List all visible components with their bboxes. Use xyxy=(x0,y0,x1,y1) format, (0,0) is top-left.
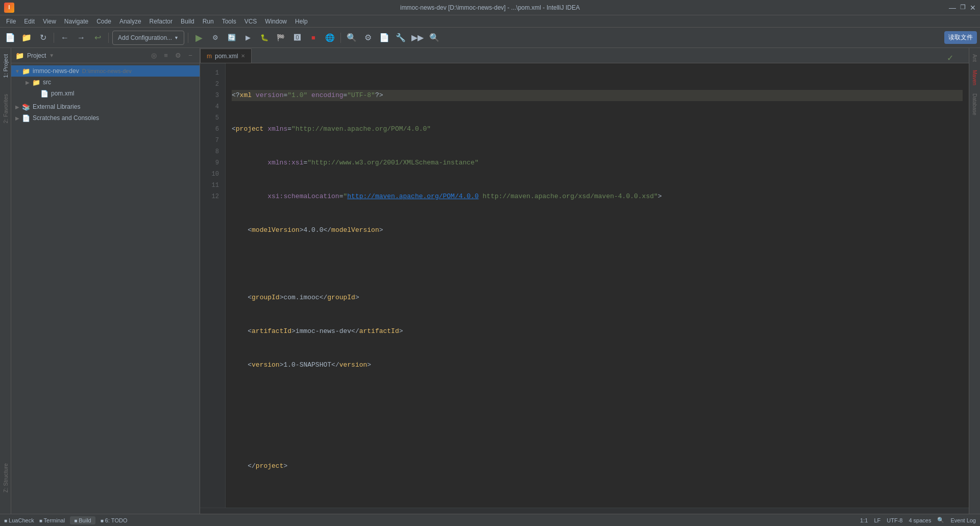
settings-btn[interactable]: ⚙ xyxy=(361,31,375,45)
menu-view[interactable]: View xyxy=(39,17,60,26)
add-config-label: Add Configuration... xyxy=(118,34,172,41)
tab-favorites[interactable]: 2: Favorites xyxy=(1,88,11,129)
close-panel-btn[interactable]: − xyxy=(185,51,195,61)
forward-btn[interactable]: → xyxy=(74,31,88,45)
ant-panel-btn[interactable]: Ant xyxy=(971,50,978,66)
tab-pom-xml[interactable]: m pom.xml ✕ xyxy=(200,49,252,63)
project-title: Project xyxy=(27,52,46,59)
revert-btn[interactable]: ↩ xyxy=(90,31,105,45)
bottom-tab-build[interactable]: ■ Build xyxy=(70,516,95,524)
horizontal-scrollbar[interactable] xyxy=(200,508,969,514)
status-bar: ■ LuaCheck ■ Terminal ■ Build ■ 6: TODO … xyxy=(0,514,980,526)
menu-file[interactable]: File xyxy=(2,17,20,26)
profiler-btn[interactable]: 🅾 xyxy=(290,31,304,45)
line-num-7: 7 xyxy=(215,135,223,146)
menu-tools[interactable]: Tools xyxy=(218,17,240,26)
tree-item-ext-libs[interactable]: ▶ 📚 External Libraries xyxy=(11,101,200,112)
window-title: immoc-news-dev [D:\immoc-news-dev] - ...… xyxy=(400,4,580,11)
indent-setting[interactable]: 4 spaces xyxy=(909,517,931,523)
scratches-label: Scratches and Consoles xyxy=(33,114,99,122)
line-num-8: 8 xyxy=(215,146,223,157)
cursor-position[interactable]: 1:1 xyxy=(860,517,868,523)
line-numbers: 1 2 3 4 5 6 7 8 9 10 11 12 xyxy=(200,63,226,508)
event-log-btn[interactable]: Event Log xyxy=(950,517,976,523)
sep1 xyxy=(54,33,54,43)
code-line-8: <artifactId>immoc-news-dev</artifactId> xyxy=(232,326,963,337)
window-controls: — ❐ ✕ xyxy=(949,4,976,12)
add-config-dropdown-icon: ▼ xyxy=(174,35,179,40)
settings-gear-btn[interactable]: ⚙ xyxy=(173,51,183,61)
code-line-7: <groupId>com.imooc</groupId> xyxy=(232,292,963,303)
new-file-btn[interactable]: 📄 xyxy=(3,31,17,45)
menu-bar: File Edit View Navigate Code Analyze Ref… xyxy=(0,15,980,28)
search-everywhere-btn[interactable]: 🔍 xyxy=(345,31,359,45)
menu-vcs[interactable]: VCS xyxy=(240,17,261,26)
tree-item-root[interactable]: ▼ 📁 immoc-news-dev D:\immoc-news-dev xyxy=(11,65,200,77)
maven-panel-btn[interactable]: Maven xyxy=(971,66,978,89)
bottom-tab-luacheck[interactable]: ■ LuaCheck xyxy=(4,517,34,523)
collapse-all-btn[interactable]: ≡ xyxy=(161,51,171,61)
tree-item-scratches[interactable]: ▶ 📄 Scratches and Consoles xyxy=(11,112,200,124)
stop-btn[interactable]: ■ xyxy=(306,31,321,45)
menu-window[interactable]: Window xyxy=(261,17,291,26)
build-project-btn[interactable]: ⚙ xyxy=(208,31,223,45)
code-line-9: <version>1.0-SNAPSHOT</version> xyxy=(232,360,963,371)
project-dropdown-icon[interactable]: ▼ xyxy=(49,53,54,58)
title-bar: I immoc-news-dev [D:\immoc-news-dev] - .… xyxy=(0,0,980,15)
line-num-12: 12 xyxy=(212,191,223,202)
menu-help[interactable]: Help xyxy=(291,17,312,26)
more-tools-btn[interactable]: 🔧 xyxy=(394,31,408,45)
root-folder-icon: 📁 xyxy=(21,66,31,76)
coverage-btn[interactable]: 🏁 xyxy=(274,31,288,45)
right-strip: Ant Maven Database xyxy=(969,48,980,514)
locate-file-btn[interactable]: ◎ xyxy=(149,51,159,61)
project-panel: 📁 Project ▼ ◎ ≡ ⚙ − ▼ 📁 immoc-news-dev D… xyxy=(11,48,200,514)
menu-edit[interactable]: Edit xyxy=(20,17,39,26)
bottom-tab-todo[interactable]: ■ 6: TODO xyxy=(101,517,128,523)
sep3 xyxy=(188,33,188,43)
database-panel-btn[interactable]: Database xyxy=(971,89,978,119)
menu-navigate[interactable]: Navigate xyxy=(60,17,92,26)
code-line-2: <project xmlns="http://maven.apache.org/… xyxy=(232,124,963,135)
tab-structure[interactable]: Z: Structure xyxy=(1,457,11,498)
sync-btn[interactable]: ↻ xyxy=(36,31,50,45)
code-line-6 xyxy=(232,258,963,270)
tree-item-src[interactable]: ▶ 📁 src xyxy=(11,77,200,88)
sdk-btn[interactable]: 📄 xyxy=(377,31,391,45)
tab-pom-close[interactable]: ✕ xyxy=(241,53,245,59)
file-saved-icon: ✓ xyxy=(947,53,953,63)
menu-code[interactable]: Code xyxy=(92,17,115,26)
project-tools: ◎ ≡ ⚙ − xyxy=(149,51,195,61)
bottom-tab-terminal[interactable]: ■ Terminal xyxy=(39,517,65,523)
tab-project[interactable]: 1: Project xyxy=(1,48,11,84)
line-ending[interactable]: LF xyxy=(874,517,880,523)
chinese-read-btn[interactable]: 读取文件 xyxy=(944,31,977,44)
rebuild-btn[interactable]: 🔄 xyxy=(225,31,239,45)
ext-libs-icon: 📚 xyxy=(21,102,31,111)
code-editor[interactable]: 1 2 3 4 5 6 7 8 9 10 11 12 <?xml version… xyxy=(200,63,969,508)
open-btn[interactable]: 📁 xyxy=(19,31,34,45)
code-line-12: </project> xyxy=(232,461,963,472)
add-configuration-btn[interactable]: Add Configuration... ▼ xyxy=(112,31,184,45)
code-content[interactable]: <?xml version="1.0" encoding="UTF-8"?> <… xyxy=(226,63,969,508)
globe-btn[interactable]: 🌐 xyxy=(323,31,337,45)
maximize-btn[interactable]: ❐ xyxy=(960,4,966,12)
sep4 xyxy=(340,33,341,43)
run-manager-btn[interactable]: ▶▶ xyxy=(410,31,425,45)
menu-build[interactable]: Build xyxy=(177,17,199,26)
tree-item-pom[interactable]: 📄 pom.xml xyxy=(11,88,200,99)
menu-refactor[interactable]: Refactor xyxy=(145,17,177,26)
debug-btn[interactable]: 🐛 xyxy=(257,31,272,45)
ext-libs-label: External Libraries xyxy=(33,103,80,110)
close-btn[interactable]: ✕ xyxy=(970,4,976,12)
menu-run[interactable]: Run xyxy=(199,17,218,26)
scratches-icon: 📄 xyxy=(21,113,31,123)
menu-analyze[interactable]: Analyze xyxy=(115,17,145,26)
encoding[interactable]: UTF-8 xyxy=(887,517,902,523)
ext-libs-arrow: ▶ xyxy=(13,103,21,111)
run-btn[interactable]: ▶ xyxy=(192,31,206,45)
find-actions-btn[interactable]: 🔍 xyxy=(427,31,442,45)
minimize-btn[interactable]: — xyxy=(949,4,956,12)
back-btn[interactable]: ← xyxy=(58,31,72,45)
run-config-btn[interactable]: ▶ xyxy=(241,31,255,45)
